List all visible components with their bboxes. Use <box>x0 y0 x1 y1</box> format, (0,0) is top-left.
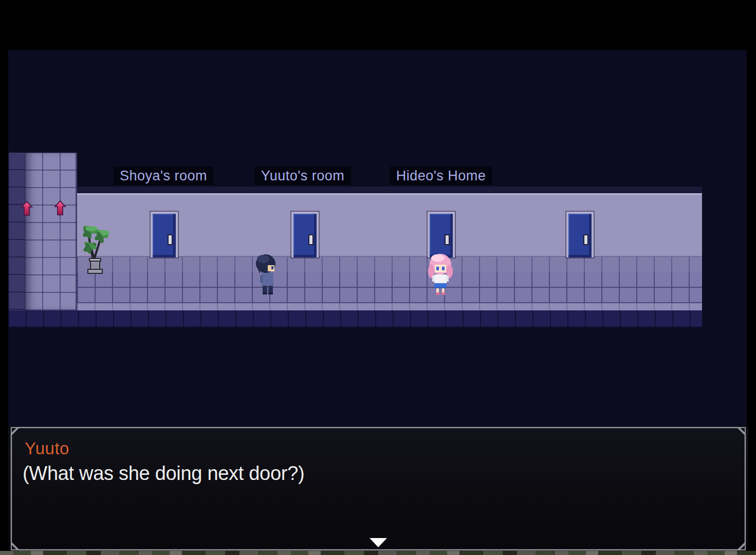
door-unlabeled[interactable] <box>566 212 594 257</box>
room-label-yuuto: Yuuto's room <box>255 166 351 185</box>
corner-ornament-icon <box>11 544 17 550</box>
dialogue-frame <box>8 427 748 551</box>
corner-ornament-icon <box>739 544 745 550</box>
dialogue-text: (What was she doing next door?) <box>23 462 304 485</box>
floor-near-wall <box>77 257 702 272</box>
door-handle <box>445 234 450 245</box>
floor-tiles <box>77 272 702 303</box>
exit-up-arrow-icon[interactable] <box>21 200 33 217</box>
corridor-left-dark-tiles <box>8 153 25 327</box>
wall-top-band <box>77 187 702 193</box>
plant-pot <box>88 258 102 273</box>
floor-shadow-tiles <box>8 310 702 327</box>
door-yuutos-room[interactable] <box>291 212 319 257</box>
floor-highlight-band <box>77 303 702 310</box>
female-character[interactable] <box>428 252 453 297</box>
corner-ornament-icon <box>11 428 17 434</box>
palm-fronds <box>81 224 110 254</box>
door-handle <box>168 234 173 245</box>
speaker-name: Yuuto <box>25 439 69 458</box>
exit-up-arrow-icon[interactable] <box>54 200 66 216</box>
game-screen: Shoya's room Yuuto's room Hideo's Home <box>0 0 756 555</box>
dialogue-box[interactable]: Yuuto (What was she doing next door?) <box>8 427 748 551</box>
room-label-shoya: Shoya's room <box>114 166 213 185</box>
potted-plant <box>76 220 113 276</box>
door-hideos-home[interactable] <box>428 212 455 257</box>
corner-ornament-icon <box>739 428 745 434</box>
background-photo-strip <box>0 551 756 555</box>
door-handle <box>583 234 588 245</box>
corridor-exit-tiles <box>25 153 77 310</box>
door-handle <box>308 234 314 245</box>
room-label-hideo: Hideo's Home <box>390 166 492 185</box>
male-character[interactable] <box>255 253 279 297</box>
continue-arrow-icon[interactable] <box>369 538 388 548</box>
door-shoyas-room[interactable] <box>151 212 178 257</box>
